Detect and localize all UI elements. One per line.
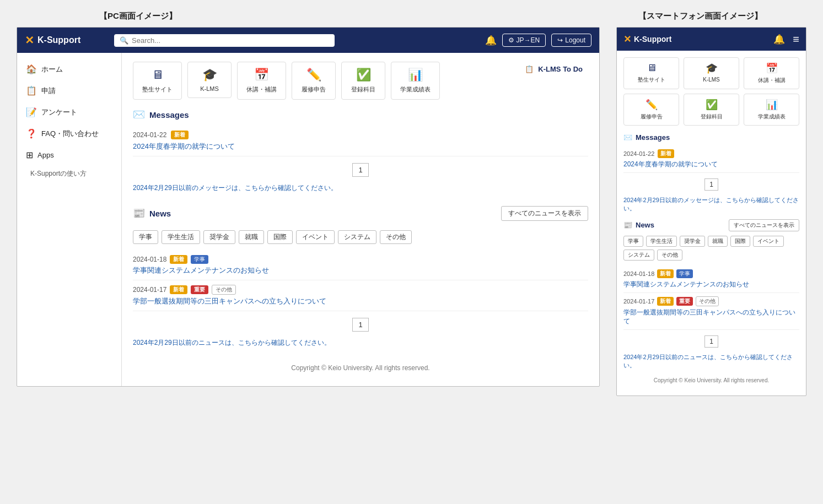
message-title-0[interactable]: 2024年度春学期の就学について <box>133 142 235 150</box>
pc-search-bar[interactable]: 🔍 <box>114 34 335 47</box>
filter-tag-system[interactable]: システム <box>338 230 376 244</box>
sidebar-item-home[interactable]: 🏠 ホーム <box>17 58 121 80</box>
sp-filter-sonota[interactable]: その他 <box>657 250 682 261</box>
sp-news-title-0[interactable]: 学事関連システムメンテナンスのお知らせ <box>623 280 749 288</box>
sidebar-item-apply[interactable]: 📋 申請 <box>17 80 121 101</box>
app-icon-kyuko[interactable]: 📅 休講・補講 <box>237 62 286 100</box>
search-icon: 🔍 <box>120 36 128 45</box>
sp-filter-shushoku[interactable]: 就職 <box>708 236 728 247</box>
survey-icon: 📝 <box>26 107 37 117</box>
news-item-0: 2024-01-18 新着 学事 学事関連システムメンテナンスのお知らせ <box>133 251 588 280</box>
sp-app-kyuko[interactable]: 📅 休講・補講 <box>744 57 799 89</box>
sp-menu-icon[interactable]: ≡ <box>793 33 799 46</box>
news-header-row: 📰 News すべてのニュースを表示 <box>133 202 588 225</box>
section-titles: 【PC画面イメージ】 【スマートフォン画面イメージ】 <box>17 11 806 27</box>
news-pagination: 1 <box>133 318 588 332</box>
sp-app-juku[interactable]: 🖥 塾生サイト <box>623 57 679 89</box>
filter-tag-shushoku[interactable]: 就職 <box>239 230 264 244</box>
sp-news-older-link[interactable]: 2024年2月29日以前のニュースは、こちらから確認してください。 <box>623 353 799 370</box>
lang-button[interactable]: ⚙ JP→EN <box>502 34 546 47</box>
sp-filter-event[interactable]: イベント <box>753 236 784 247</box>
messages-older-link[interactable]: 2024年2月29日以前のメッセージは、こちらから確認してください。 <box>133 183 588 193</box>
messages-title: Messages <box>149 110 189 120</box>
header-actions: 🔔 ⚙ JP→EN ↪ Logout <box>485 34 591 47</box>
sp-msg-title-0[interactable]: 2024年度春学期の就学について <box>623 160 718 168</box>
messages-page-num[interactable]: 1 <box>352 163 368 177</box>
news-meta-0: 2024-01-18 新着 学事 <box>133 255 588 264</box>
app-icon-juku[interactable]: 🖥 塾生サイト <box>133 62 182 100</box>
sp-show-all-button[interactable]: すべてのニュースを表示 <box>729 219 799 231</box>
filter-tag-event[interactable]: イベント <box>296 230 335 244</box>
sp-app-grid: 🖥 塾生サイト 🎓 K-LMS 📅 休講・補講 ✏️ 履修申告 <box>623 57 799 126</box>
klms-todo-label: K-LMS To Do <box>538 65 583 73</box>
sp-logo-x-icon: ✕ <box>623 34 631 45</box>
sidebar-item-apps[interactable]: ⊞ Apps <box>17 144 121 166</box>
app-icon-klms[interactable]: 🎓 K-LMS <box>187 62 232 98</box>
sp-filter-gakusei[interactable]: 学生生活 <box>646 236 677 247</box>
filter-tag-shogakukin[interactable]: 奨学金 <box>203 230 235 244</box>
seiseki-label: 学業成績表 <box>400 85 431 94</box>
klms-todo-list-icon: 📋 <box>525 65 534 73</box>
sp-app-touroku[interactable]: ✅ 登録科目 <box>684 94 739 126</box>
sp-msg-page-num[interactable]: 1 <box>704 178 718 191</box>
sp-app-seiseki[interactable]: 📊 学業成績表 <box>744 94 799 126</box>
filter-tag-kokusai[interactable]: 国際 <box>267 230 293 244</box>
sp-filter-gakuji[interactable]: 学事 <box>623 236 643 247</box>
news-badge-new-0: 新着 <box>170 255 187 264</box>
klms-label: K-LMS <box>200 85 219 92</box>
sp-logo-area: ✕ K-Support <box>623 34 671 45</box>
sp-logo-text: K-Support <box>634 35 671 44</box>
kyuko-label: 休講・補講 <box>246 85 277 94</box>
app-icon-rishu[interactable]: ✏️ 履修申告 <box>292 62 336 100</box>
messages-pagination: 1 <box>133 163 588 177</box>
sp-footer: Copyright © Keio University. All rights … <box>623 377 799 389</box>
news-icon: 📰 <box>133 207 145 219</box>
show-all-news-button[interactable]: すべてのニュースを表示 <box>501 206 588 221</box>
page-wrapper: 【PC画面イメージ】 【スマートフォン画面イメージ】 ✕ K-Support 🔍… <box>0 0 823 504</box>
news-page-num[interactable]: 1 <box>352 318 368 332</box>
klms-todo[interactable]: 📋 K-LMS To Do <box>519 62 588 77</box>
news-title-0[interactable]: 学事関連システムメンテナンスのお知らせ <box>133 266 269 274</box>
sidebar-item-survey[interactable]: 📝 アンケート <box>17 101 121 123</box>
news-badge-red-1: 重要 <box>191 285 208 294</box>
sp-app-klms[interactable]: 🎓 K-LMS <box>684 57 739 89</box>
sp-msg-older-link[interactable]: 2024年2月29日以前のメッセージは、こちらから確認してください。 <box>623 196 799 213</box>
search-input[interactable] <box>132 36 329 45</box>
app-icon-seiseki[interactable]: 📊 学業成績表 <box>391 62 440 100</box>
sp-touroku-icon: ✅ <box>706 99 718 111</box>
sidebar-survey-label: アンケート <box>41 107 77 117</box>
sp-news-badge-new-1: 新着 <box>657 297 674 306</box>
bell-icon[interactable]: 🔔 <box>485 35 497 46</box>
news-badge-new-1: 新着 <box>170 285 187 294</box>
news-older-link[interactable]: 2024年2月29日以前のニュースは、こちらから確認してください。 <box>133 338 588 348</box>
sp-bell-icon[interactable]: 🔔 <box>773 34 785 45</box>
sp-news-page-num[interactable]: 1 <box>704 335 718 348</box>
sp-news-pagination: 1 <box>623 335 799 348</box>
logout-icon: ↪ <box>557 36 563 44</box>
sidebar-item-faq[interactable]: ❓ FAQ・問い合わせ <box>17 123 121 144</box>
news-badge-cat-0: 学事 <box>191 255 208 264</box>
sp-msg-meta-0: 2024-01-22 新着 <box>623 149 799 158</box>
sp-filter-system[interactable]: システム <box>623 250 654 261</box>
sidebar-sub-help[interactable]: K-Supportの使い方 <box>17 166 121 182</box>
news-date-0: 2024-01-18 <box>133 256 166 263</box>
pc-footer: Copyright © Keio University. All rights … <box>133 359 588 377</box>
news-date-1: 2024-01-17 <box>133 286 166 294</box>
filter-tag-gakuji[interactable]: 学事 <box>133 230 158 244</box>
sp-juku-icon: 🖥 <box>647 62 657 74</box>
sp-touroku-label: 登録科目 <box>701 113 723 121</box>
news-section-header: 📰 News <box>133 207 171 219</box>
touroku-icon: ✅ <box>356 68 371 82</box>
sp-messages-header: ✉️ Messages <box>623 133 799 142</box>
news-title-1[interactable]: 学部一般選抜期間等の三田キャンパスへの立ち入りについて <box>133 297 326 305</box>
app-icon-touroku[interactable]: ✅ 登録科目 <box>341 62 385 100</box>
sp-news-title-1[interactable]: 学部一般選抜期間等の三田キャンパスへの立ち入りについて <box>623 308 795 326</box>
sp-app-rishu[interactable]: ✏️ 履修申告 <box>623 94 679 126</box>
sp-filter-kokusai[interactable]: 国際 <box>730 236 750 247</box>
logout-button[interactable]: ↪ Logout <box>551 34 591 47</box>
sp-filter-shogaku[interactable]: 奨学金 <box>680 236 705 247</box>
app-icons-row: 🖥 塾生サイト 🎓 K-LMS 📅 休講・補講 ✏️ <box>133 62 588 100</box>
filter-tag-sonota[interactable]: その他 <box>380 230 412 244</box>
news-title: News <box>149 209 171 218</box>
filter-tag-gakuseiseikatsu[interactable]: 学生生活 <box>162 230 200 244</box>
